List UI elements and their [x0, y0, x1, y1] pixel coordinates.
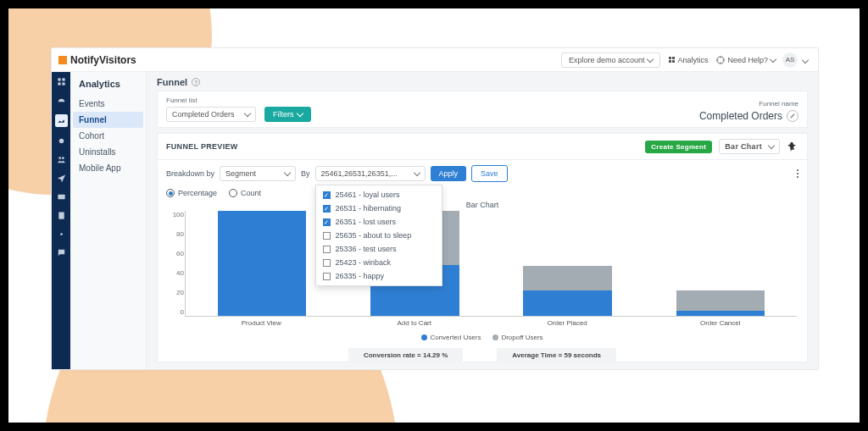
apply-button[interactable]: Apply — [431, 166, 467, 181]
x-label: Add to Cart — [338, 319, 492, 327]
rail-gauge-icon[interactable] — [57, 96, 66, 105]
x-label: Order Cancel — [644, 319, 798, 327]
svg-point-6 — [58, 157, 61, 159]
legend-dropoff-users: Dropoff Users — [492, 334, 542, 341]
average-time-stat: Average Time = 59 seconds — [497, 348, 616, 362]
by-label: By — [301, 169, 310, 178]
svg-point-5 — [58, 139, 64, 144]
chart-title: Bar Chart — [466, 201, 499, 209]
breakdown-select[interactable]: Segment — [220, 166, 296, 181]
svg-point-10 — [60, 233, 63, 235]
sidebar-item-funnel[interactable]: Funnel — [73, 112, 143, 128]
option-26335[interactable]: 26335 - happy — [316, 269, 442, 283]
funnel-header-card: Funnel list Completed Orders Filters Fun… — [157, 91, 808, 128]
chart-type-select[interactable]: Bar Chart — [719, 139, 780, 154]
analytics-link[interactable]: Analytics — [669, 56, 708, 64]
conversion-rate-stat: Conversion rate = 14.29 % — [348, 348, 463, 362]
bar-product-view — [218, 211, 307, 316]
create-segment-button[interactable]: Create Segment — [645, 141, 712, 153]
svg-rect-8 — [58, 195, 64, 200]
option-26351[interactable]: 26351 - lost users — [316, 215, 442, 229]
rail-send-icon[interactable] — [57, 174, 66, 183]
main: Funnel ? Funnel list Completed Orders Fi… — [147, 72, 818, 369]
legend-converted-users: Converted Users — [421, 334, 481, 341]
funnel-list-label: Funnel list — [166, 97, 256, 104]
chevron-down-icon — [647, 55, 654, 62]
chevron-down-icon — [284, 169, 291, 176]
funnel-list-select[interactable]: Completed Orders — [166, 107, 256, 122]
x-label: Product View — [185, 319, 338, 327]
bar-order-cancel — [676, 211, 765, 316]
rail-doc-icon[interactable] — [57, 211, 66, 220]
option-25423[interactable]: 25423 - winback — [316, 256, 442, 269]
chevron-down-icon[interactable] — [802, 56, 809, 63]
option-26531[interactable]: 26531 - hibernating — [316, 202, 442, 215]
radio-icon — [229, 189, 237, 197]
checkbox-icon — [323, 232, 331, 240]
pin-icon[interactable] — [787, 141, 798, 152]
chevron-down-icon — [770, 55, 776, 62]
radio-icon — [166, 189, 175, 197]
brand-logo: NotifyVisitors — [58, 54, 136, 66]
bar-order-placed — [523, 211, 612, 316]
brand-icon — [58, 56, 67, 64]
rail-gear-icon[interactable] — [57, 229, 66, 239]
option-25461[interactable]: 25461 - loyal users — [316, 188, 442, 202]
svg-rect-9 — [58, 212, 64, 218]
x-label: Order Placed — [491, 319, 644, 327]
svg-rect-4 — [62, 82, 64, 85]
checkbox-icon — [323, 205, 331, 213]
percentage-radio[interactable]: Percentage — [166, 189, 217, 197]
rail-card-icon[interactable] — [57, 192, 66, 202]
page-title: Funnel ? — [147, 72, 818, 91]
funnel-preview-card: FUNNEL PREVIEW Create Segment Bar Chart … — [157, 133, 808, 362]
nav-rail — [52, 72, 70, 369]
count-radio[interactable]: Count — [229, 189, 261, 197]
sidebar-item-mobile-app[interactable]: Mobile App — [70, 160, 146, 176]
avatar[interactable]: AS — [782, 52, 798, 68]
need-help-link[interactable]: Need Help? — [716, 56, 776, 64]
chevron-down-icon — [296, 110, 303, 117]
svg-rect-3 — [58, 82, 60, 85]
sidebar-item-events[interactable]: Events — [70, 96, 146, 112]
help-icon[interactable]: ? — [192, 78, 200, 86]
brand-name: NotifyVisitors — [70, 54, 136, 66]
funnel-name-label: Funnel name — [759, 100, 798, 108]
svg-rect-1 — [58, 78, 60, 80]
checkbox-icon — [323, 191, 331, 199]
topbar: NotifyVisitors Explore demo account Anal… — [52, 48, 818, 72]
sidebar-item-uninstalls[interactable]: Uninstalls — [70, 144, 146, 160]
checkbox-icon — [323, 273, 331, 280]
sidebar: Analytics EventsFunnelCohortUninstallsMo… — [70, 72, 147, 369]
by-dropdown: 25461 - loyal users26531 - hibernating26… — [315, 185, 442, 286]
option-25336[interactable]: 25336 - test users — [316, 242, 442, 256]
rail-bug-icon[interactable] — [57, 136, 66, 146]
rail-chat-icon[interactable] — [57, 248, 66, 257]
preview-title: FUNNEL PREVIEW — [166, 142, 238, 151]
sidebar-item-cohort[interactable]: Cohort — [70, 128, 146, 144]
checkbox-icon — [323, 218, 331, 226]
by-select[interactable]: 25461,26531,26351,... — [315, 166, 426, 181]
chevron-down-icon — [244, 110, 251, 117]
bar-chart: Bar Chart 100806040200 Product ViewAdd t… — [158, 201, 807, 362]
svg-rect-2 — [62, 78, 64, 80]
svg-point-7 — [61, 157, 64, 159]
explore-demo-button[interactable]: Explore demo account — [561, 52, 661, 68]
help-icon — [716, 56, 725, 64]
chevron-down-icon — [768, 142, 775, 149]
filters-button[interactable]: Filters — [264, 107, 311, 122]
checkbox-icon — [323, 259, 331, 267]
more-menu-icon[interactable] — [797, 169, 798, 178]
rail-analytics-icon[interactable] — [55, 114, 68, 127]
rail-users-icon[interactable] — [57, 155, 66, 164]
option-25635[interactable]: 25635 - about to sleep — [316, 229, 442, 242]
checkbox-icon — [323, 246, 331, 253]
funnel-name: Completed Orders — [699, 110, 798, 122]
grid-icon — [669, 57, 675, 63]
rail-dashboard-icon[interactable] — [57, 77, 66, 86]
chevron-down-icon — [413, 169, 420, 176]
save-button[interactable]: Save — [471, 165, 508, 182]
sidebar-title: Analytics — [70, 79, 146, 96]
breakdown-label: Breakdown by — [166, 169, 214, 178]
edit-icon[interactable] — [787, 110, 798, 122]
